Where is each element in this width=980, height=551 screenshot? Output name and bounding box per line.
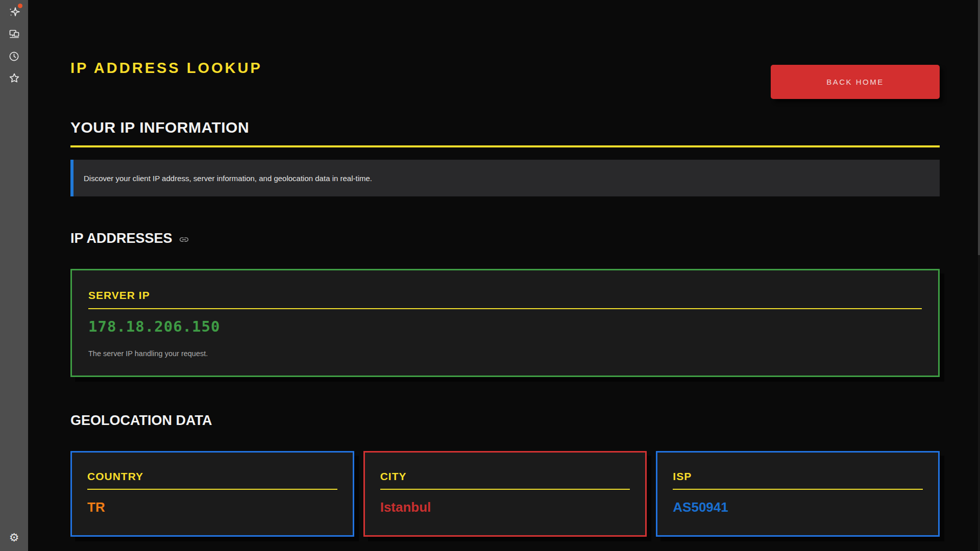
page-title: IP ADDRESS LOOKUP bbox=[70, 58, 262, 78]
main-content: IP ADDRESS LOOKUP BACK HOME YOUR IP INFO… bbox=[70, 0, 940, 537]
gear-glyph: ⚙ bbox=[9, 532, 19, 543]
geolocation-heading-text: GEOLOCATION DATA bbox=[70, 413, 212, 429]
intro-callout: Discover your client IP address, server … bbox=[70, 160, 940, 196]
link-icon[interactable] bbox=[179, 234, 189, 245]
sidebar-top-icons bbox=[7, 5, 21, 85]
server-ip-card: SERVER IP 178.18.206.150 The server IP h… bbox=[70, 269, 940, 377]
sparkle-ai-icon[interactable] bbox=[7, 5, 21, 19]
page-header: IP ADDRESS LOOKUP BACK HOME bbox=[70, 0, 940, 99]
isp-label: ISP bbox=[673, 470, 923, 483]
scrollbar-thumb[interactable] bbox=[978, 0, 980, 255]
card-divider bbox=[380, 489, 630, 490]
country-label: COUNTRY bbox=[87, 470, 337, 483]
section-heading-your-ip-information: YOUR IP INFORMATION bbox=[70, 119, 940, 136]
history-clock-icon[interactable] bbox=[7, 49, 21, 63]
card-divider bbox=[87, 489, 337, 490]
settings-gear-icon[interactable]: ⚙ bbox=[7, 531, 21, 545]
ip-addresses-heading-text: IP ADDRESSES bbox=[70, 231, 173, 246]
card-divider bbox=[673, 489, 923, 490]
intro-text: Discover your client IP address, server … bbox=[84, 174, 372, 183]
city-card: CITY Istanbul bbox=[363, 451, 647, 537]
server-ip-description: The server IP handling your request. bbox=[88, 349, 922, 358]
page-scrollbar[interactable] bbox=[978, 0, 980, 551]
star-glyph bbox=[8, 72, 20, 84]
notification-dot bbox=[18, 4, 22, 8]
devices-glyph bbox=[8, 28, 20, 40]
server-ip-label: SERVER IP bbox=[88, 289, 922, 302]
activity-sidebar: ⚙ bbox=[0, 0, 28, 551]
section-heading-ip-addresses: IP ADDRESSES bbox=[70, 231, 940, 246]
isp-value: AS50941 bbox=[673, 499, 923, 515]
city-label: CITY bbox=[380, 470, 630, 483]
back-home-button[interactable]: BACK HOME bbox=[771, 65, 940, 99]
card-divider bbox=[88, 308, 922, 309]
sparkle-glyph bbox=[8, 6, 20, 18]
isp-card: ISP AS50941 bbox=[656, 451, 940, 537]
city-value: Istanbul bbox=[380, 499, 630, 515]
favorites-star-icon[interactable] bbox=[7, 71, 21, 85]
country-value: TR bbox=[87, 499, 337, 515]
heading-underline bbox=[70, 145, 940, 147]
country-card: COUNTRY TR bbox=[70, 451, 354, 537]
devices-icon[interactable] bbox=[7, 27, 21, 41]
section-heading-geolocation: GEOLOCATION DATA bbox=[70, 413, 940, 429]
clock-glyph bbox=[8, 51, 20, 62]
geolocation-cards: COUNTRY TR CITY Istanbul ISP AS50941 bbox=[70, 451, 940, 537]
server-ip-value: 178.18.206.150 bbox=[88, 318, 922, 335]
